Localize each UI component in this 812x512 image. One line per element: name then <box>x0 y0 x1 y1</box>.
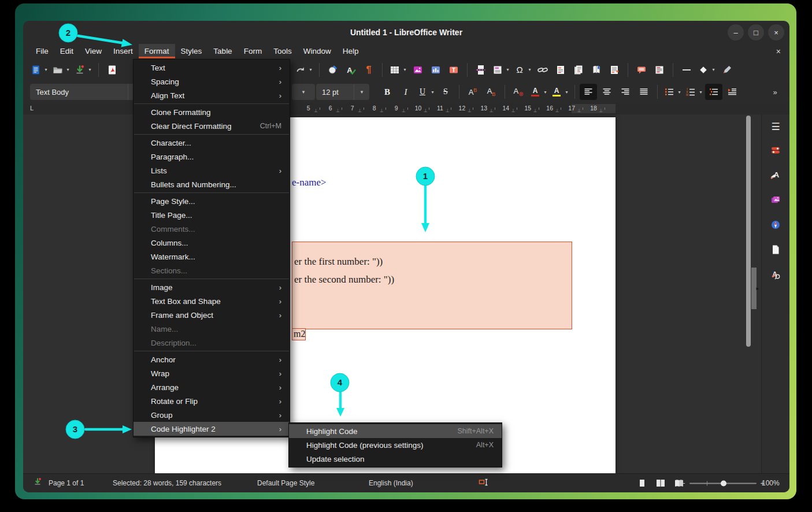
menubar-item-tools[interactable]: Tools <box>268 44 298 58</box>
menu-item-page-style[interactable]: Page Style... <box>134 194 290 208</box>
menubar-item-window[interactable]: Window <box>298 44 337 58</box>
save-button[interactable]: ▾ <box>73 62 93 78</box>
unordered-list-button[interactable]: ▾ <box>662 84 683 100</box>
menu-item-rotate-or-flip[interactable]: Rotate or Flip› <box>134 394 290 408</box>
menu-item-lists[interactable]: Lists› <box>134 164 290 177</box>
draw-functions-button[interactable] <box>718 62 735 78</box>
paragraph-style-combo[interactable]: Text Body▾ <box>30 84 143 100</box>
formatting-marks-button[interactable]: ¶ <box>361 62 377 78</box>
menubar-item-table[interactable]: Table <box>207 44 238 58</box>
menu-item-arrange[interactable]: Arrange› <box>134 380 290 394</box>
insert-chart-button[interactable] <box>428 62 444 78</box>
navigator-button[interactable] <box>768 218 783 233</box>
page-button[interactable] <box>768 243 783 258</box>
menu-item-columns[interactable]: Columns... <box>134 236 290 250</box>
auto-spellcheck-button[interactable]: A <box>343 62 359 78</box>
menu-item-spacing[interactable]: Spacing› <box>134 75 290 88</box>
italic-button[interactable]: I <box>397 84 414 100</box>
submenu-item-update-selection[interactable]: Update selection <box>289 452 502 466</box>
menu-item-wrap[interactable]: Wrap› <box>134 366 290 380</box>
menubar-item-help[interactable]: Help <box>337 44 365 58</box>
export-pdf-button[interactable] <box>104 62 120 78</box>
ordered-list-button[interactable]: IIIIII▾ <box>684 84 704 100</box>
horizontal-line-button[interactable] <box>678 62 695 78</box>
insert-text-box-button[interactable]: T <box>446 62 462 78</box>
outline-list-button[interactable] <box>705 84 722 100</box>
strikethrough-button[interactable]: S <box>437 84 454 100</box>
comment-button[interactable] <box>633 62 650 78</box>
overflow-button[interactable]: » <box>766 84 784 100</box>
highlight-color-button[interactable]: A▾ <box>550 84 570 100</box>
menu-item-clear-direct-formatting[interactable]: Clear Direct FormattingCtrl+M <box>134 119 290 133</box>
footnote-button[interactable] <box>553 62 569 78</box>
menu-item-align-text[interactable]: Align Text› <box>134 88 290 102</box>
spelling-button[interactable] <box>325 62 341 78</box>
align-center-button[interactable] <box>598 84 616 100</box>
menubar-item-edit[interactable]: Edit <box>54 44 79 58</box>
justify-button[interactable] <box>635 84 652 100</box>
menu-item-paragraph[interactable]: Paragraph... <box>134 150 290 164</box>
bookmark-button[interactable] <box>588 62 605 78</box>
zoom-slider[interactable] <box>689 483 757 484</box>
track-changes-button[interactable] <box>651 62 668 78</box>
gallery-button[interactable] <box>768 194 783 209</box>
menu-item-bullets-and-numbering[interactable]: Bullets and Numbering... <box>134 177 290 191</box>
zoom-slider-thumb[interactable] <box>721 480 726 486</box>
menubar-item-format[interactable]: Format <box>139 44 175 58</box>
menu-item-anchor[interactable]: Anchor› <box>134 353 290 366</box>
submenu-item-highlight-code[interactable]: Highlight CodeShift+Alt+X <box>289 424 502 438</box>
menubar-item-insert[interactable]: Insert <box>107 44 139 58</box>
clear-formatting-button[interactable]: A⊗ <box>510 84 527 100</box>
style-inspector-button[interactable]: A <box>768 268 783 283</box>
menu-item-title-page[interactable]: Title Page... <box>134 208 290 222</box>
menubar-item-styles[interactable]: Styles <box>175 44 208 58</box>
insert-mode-icon[interactable] <box>479 477 489 489</box>
menubar-item-view[interactable]: View <box>79 44 107 58</box>
special-character-button[interactable]: Ω▾ <box>513 62 533 78</box>
menubar-item-file[interactable]: File <box>30 44 54 58</box>
font-color-button[interactable]: A▾ <box>528 84 548 100</box>
basic-shapes-button[interactable]: ▾ <box>696 62 717 78</box>
bold-button[interactable]: B <box>379 84 396 100</box>
minimize-button[interactable]: – <box>728 24 744 40</box>
single-page-view-icon[interactable] <box>635 476 650 491</box>
sidebar-collapse-icon[interactable]: ▸ <box>756 285 759 291</box>
page-break-button[interactable] <box>473 62 489 78</box>
menu-item-code-highlighter-2[interactable]: Code Highlighter 2› <box>134 422 290 436</box>
save-status-icon[interactable] <box>32 477 43 489</box>
font-name-combo-partial[interactable]: ▾ <box>292 84 315 100</box>
menu-item-group[interactable]: Group› <box>134 408 290 422</box>
vertical-scrollbar-thumb[interactable] <box>746 116 751 347</box>
close-document-icon[interactable]: × <box>767 44 789 58</box>
increase-indent-button[interactable] <box>724 84 741 100</box>
new-document-button[interactable]: ▾ <box>29 62 49 78</box>
word-count[interactable]: Selected: 28 words, 159 characters <box>113 479 221 487</box>
menu-item-image[interactable]: Image› <box>134 280 290 294</box>
zoom-out-icon[interactable]: − <box>681 479 685 488</box>
menu-item-clone-formatting[interactable]: Clone Formatting <box>134 105 290 119</box>
cross-reference-button[interactable] <box>606 62 622 78</box>
font-size-combo[interactable]: 12 pt▾ <box>316 84 369 100</box>
superscript-button[interactable]: AB <box>464 84 481 100</box>
zoom-percent[interactable]: 100% <box>762 479 780 487</box>
selected-code-block[interactable]: er the first number: ")) er the second n… <box>292 242 572 329</box>
page-style[interactable]: Default Page Style <box>257 479 314 487</box>
multi-page-view-icon[interactable] <box>653 476 668 491</box>
align-left-button[interactable] <box>580 84 597 100</box>
styles-button[interactable]: A <box>768 169 783 184</box>
menu-item-text-box-and-shape[interactable]: Text Box and Shape› <box>134 294 290 308</box>
properties-button[interactable] <box>768 144 783 159</box>
page-count[interactable]: Page 1 of 1 <box>49 479 84 487</box>
sidebar-settings-button[interactable]: ☰ <box>768 119 783 134</box>
hyperlink-button[interactable] <box>535 62 551 78</box>
open-button[interactable]: ▾ <box>51 62 71 78</box>
tab-stop-selector-icon[interactable]: L <box>30 105 34 112</box>
subscript-button[interactable]: AB <box>483 84 500 100</box>
submenu-item-highlight-code-previous-settings[interactable]: Highlight Code (previous settings)Alt+X <box>289 438 502 452</box>
header-footer-button[interactable]: ▾ <box>491 62 511 78</box>
insert-image-button[interactable] <box>410 62 426 78</box>
maximize-button[interactable]: □ <box>748 24 764 40</box>
underline-button[interactable]: U▾ <box>416 84 436 100</box>
text-language[interactable]: English (India) <box>369 479 413 487</box>
menu-item-text[interactable]: Text› <box>134 61 290 75</box>
